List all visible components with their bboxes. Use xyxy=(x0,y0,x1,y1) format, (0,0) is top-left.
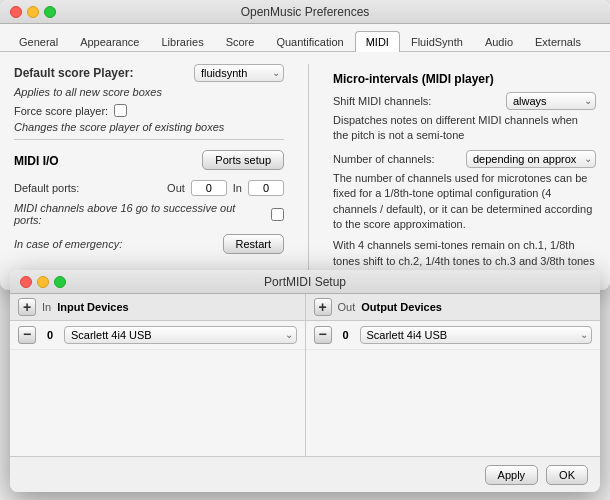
output-device-select-wrapper: Scarlett 4i4 USB xyxy=(360,326,593,344)
input-dir-label: In xyxy=(42,301,51,313)
output-devices-label: Output Devices xyxy=(361,301,442,313)
shift-select[interactable]: always xyxy=(506,92,596,110)
input-devices-label: Input Devices xyxy=(57,301,129,313)
in-label: In xyxy=(233,182,242,194)
prefs-left-panel: Default score Player: fluidsynth Applies… xyxy=(14,64,284,280)
shift-desc: Dispatches notes on different MIDI chann… xyxy=(333,113,596,144)
in-port-input[interactable] xyxy=(248,180,284,196)
in-out-fields: Out In xyxy=(167,180,284,196)
portmidi-titlebar: PortMIDI Setup xyxy=(10,270,600,294)
output-device-row: − 0 Scarlett 4i4 USB xyxy=(306,321,601,350)
prefs-content: Default score Player: fluidsynth Applies… xyxy=(0,52,610,292)
output-dir-label: Out xyxy=(338,301,356,313)
channels-num-label: Number of channels: xyxy=(333,153,466,165)
channels-above-row: MIDI channels above 16 go to successive … xyxy=(14,202,284,226)
input-device-select[interactable]: Scarlett 4i4 USB xyxy=(64,326,297,344)
tab-audio[interactable]: Audio xyxy=(474,31,524,52)
tab-libraries[interactable]: Libraries xyxy=(150,31,214,52)
micro-intervals-label: Micro-intervals (MIDI player) xyxy=(333,72,596,86)
default-player-label: Default score Player: xyxy=(14,66,194,80)
titlebar-dots xyxy=(10,6,56,18)
emergency-row: In case of emergency: Restart xyxy=(14,234,284,254)
portmidi-min-dot[interactable] xyxy=(37,276,49,288)
portmidi-dots xyxy=(20,276,66,288)
tab-quantification[interactable]: Quantification xyxy=(265,31,354,52)
channels-select-wrapper: depending on approx xyxy=(466,150,596,168)
default-player-select[interactable]: fluidsynth xyxy=(194,64,284,82)
input-device-row: − 0 Scarlett 4i4 USB xyxy=(10,321,305,350)
portmidi-footer: Apply OK xyxy=(10,456,600,492)
emergency-label: In case of emergency: xyxy=(14,238,223,250)
portmidi-content: + In Input Devices − 0 Scarlett 4i4 USB … xyxy=(10,294,600,456)
portmidi-window: PortMIDI Setup + In Input Devices − 0 Sc… xyxy=(10,270,600,492)
out-port-input[interactable] xyxy=(191,180,227,196)
tab-appearance[interactable]: Appearance xyxy=(69,31,150,52)
channels-above-label: MIDI channels above 16 go to successive … xyxy=(14,202,265,226)
preferences-window: OpenMusic Preferences General Appearance… xyxy=(0,0,610,290)
vertical-divider xyxy=(308,64,309,280)
tab-fluidsynth[interactable]: FluidSynth xyxy=(400,31,474,52)
restart-button[interactable]: Restart xyxy=(223,234,284,254)
channels-num-select[interactable]: depending on approx xyxy=(466,150,596,168)
apply-button[interactable]: Apply xyxy=(485,465,539,485)
ok-button[interactable]: OK xyxy=(546,465,588,485)
shift-midi-row: Shift MIDI channels: always xyxy=(333,92,596,110)
out-label: Out xyxy=(167,182,185,194)
output-panel-header: + Out Output Devices xyxy=(306,294,601,321)
force-player-row: Force score player: xyxy=(14,104,284,117)
add-output-button[interactable]: + xyxy=(314,298,332,316)
portmidi-title: PortMIDI Setup xyxy=(264,275,346,289)
add-input-button[interactable]: + xyxy=(18,298,36,316)
minimize-dot[interactable] xyxy=(27,6,39,18)
tab-score[interactable]: Score xyxy=(215,31,266,52)
changes-text: Changes the score player of existing box… xyxy=(14,121,284,133)
tabs-bar: General Appearance Libraries Score Quant… xyxy=(0,24,610,52)
portmidi-max-dot[interactable] xyxy=(54,276,66,288)
shift-select-wrapper: always xyxy=(506,92,596,110)
tab-general[interactable]: General xyxy=(8,31,69,52)
tab-externals[interactable]: Externals xyxy=(524,31,592,52)
remove-output-button[interactable]: − xyxy=(314,326,332,344)
shift-label: Shift MIDI channels: xyxy=(333,95,506,107)
prefs-title: OpenMusic Preferences xyxy=(241,5,370,19)
channels-above-checkbox[interactable] xyxy=(271,208,284,221)
output-panel: + Out Output Devices − 0 Scarlett 4i4 US… xyxy=(306,294,601,456)
input-panel: + In Input Devices − 0 Scarlett 4i4 USB xyxy=(10,294,306,456)
midi-io-label: MIDI I/O xyxy=(14,154,59,168)
output-device-num: 0 xyxy=(338,329,354,341)
close-dot[interactable] xyxy=(10,6,22,18)
midi-io-row: MIDI I/O Ports setup xyxy=(14,146,284,174)
tab-midi[interactable]: MIDI xyxy=(355,31,400,52)
applies-text: Applies to all new score boxes xyxy=(14,86,284,98)
default-ports-row: Default ports: Out In xyxy=(14,180,284,196)
portmidi-close-dot[interactable] xyxy=(20,276,32,288)
force-player-label: Force score player: xyxy=(14,105,108,117)
prefs-titlebar: OpenMusic Preferences xyxy=(0,0,610,24)
channels-desc1: The number of channels used for microton… xyxy=(333,171,596,233)
prefs-right-panel: Micro-intervals (MIDI player) Shift MIDI… xyxy=(333,64,596,280)
default-player-select-wrapper: fluidsynth xyxy=(194,64,284,82)
input-device-select-wrapper: Scarlett 4i4 USB xyxy=(64,326,297,344)
force-player-checkbox[interactable] xyxy=(114,104,127,117)
output-device-select[interactable]: Scarlett 4i4 USB xyxy=(360,326,593,344)
maximize-dot[interactable] xyxy=(44,6,56,18)
channels-num-row: Number of channels: depending on approx xyxy=(333,150,596,168)
ports-setup-button[interactable]: Ports setup xyxy=(202,150,284,170)
remove-input-button[interactable]: − xyxy=(18,326,36,344)
input-panel-header: + In Input Devices xyxy=(10,294,305,321)
input-device-num: 0 xyxy=(42,329,58,341)
default-ports-label: Default ports: xyxy=(14,182,167,194)
